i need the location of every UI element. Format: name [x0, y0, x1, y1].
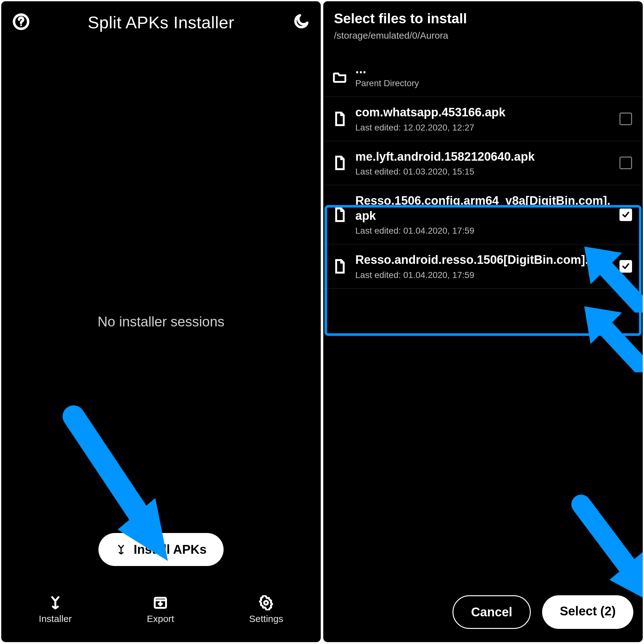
file-name: Resso.android.resso.1506[DigitBin.com].a…: [355, 253, 612, 268]
install-apks-label: Install APKs: [134, 542, 207, 557]
nav-settings-label: Settings: [249, 613, 283, 624]
dialog-button-row: Cancel Select (2): [452, 595, 633, 629]
file-picker-title: Select files to install: [334, 11, 467, 26]
file-picker-path: /storage/emulated/0/Aurora: [334, 30, 467, 41]
file-name: com.whatsapp.453166.apk: [355, 105, 612, 120]
svg-point-3: [264, 601, 268, 605]
file-sub: Last edited: 12.02.2020, 12:27: [355, 123, 612, 133]
checkbox[interactable]: [619, 157, 632, 169]
screenshot-left: Split APKs Installer No installer sessio…: [1, 1, 321, 642]
install-apks-button[interactable]: Install APKs: [98, 533, 224, 566]
file-name: Resso.1506.config.arm64_v8a[DigitBin.com…: [355, 193, 612, 223]
checkbox[interactable]: [619, 113, 632, 125]
file-row[interactable]: me.lyft.android.1582120640.apk Last edit…: [323, 141, 643, 186]
checkbox[interactable]: [619, 208, 632, 221]
file-icon: [332, 207, 348, 222]
file-sub: Last edited: 01.04.2020, 17:59: [355, 270, 612, 280]
file-list: ... Parent Directory com.whatsapp.453166…: [323, 57, 643, 289]
parent-directory-row[interactable]: ... Parent Directory: [323, 57, 643, 97]
parent-dots: ...: [355, 65, 632, 72]
bottom-nav: Installer Export Settings: [1, 583, 321, 636]
nav-installer[interactable]: Installer: [39, 595, 72, 624]
file-icon: [332, 155, 348, 170]
empty-state-text: No installer sessions: [97, 314, 225, 330]
svg-marker-6: [584, 306, 622, 344]
file-row[interactable]: Resso.android.resso.1506[DigitBin.com].a…: [323, 244, 643, 289]
file-sub: Last edited: 01.03.2020, 15:15: [355, 167, 612, 177]
select-button[interactable]: Select (2): [542, 595, 633, 629]
screenshot-right: Select files to install /storage/emulate…: [323, 1, 643, 642]
nav-export[interactable]: Export: [147, 595, 174, 624]
file-name: me.lyft.android.1582120640.apk: [355, 149, 612, 164]
file-sub: Last edited: 01.04.2020, 17:59: [355, 226, 612, 236]
file-icon: [332, 111, 348, 126]
file-icon: [332, 259, 348, 274]
nav-export-label: Export: [147, 613, 174, 624]
checkbox[interactable]: [619, 260, 632, 273]
annotation-arrow-check-2: [578, 300, 643, 372]
file-row[interactable]: Resso.1506.config.arm64_v8a[DigitBin.com…: [323, 185, 643, 244]
file-picker-header: Select files to install /storage/emulate…: [334, 11, 467, 41]
cancel-button[interactable]: Cancel: [452, 595, 531, 629]
parent-label: Parent Directory: [355, 78, 632, 88]
file-row[interactable]: com.whatsapp.453166.apk Last edited: 12.…: [323, 97, 643, 141]
annotation-arrow-select: [562, 492, 643, 605]
nav-settings[interactable]: Settings: [249, 595, 283, 624]
nav-installer-label: Installer: [39, 613, 72, 624]
folder-icon: [332, 71, 348, 83]
